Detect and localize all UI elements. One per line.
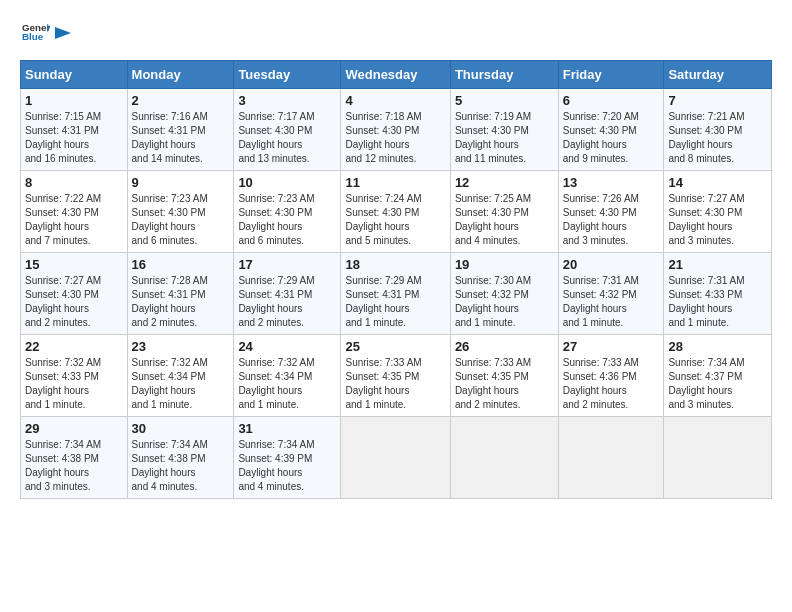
day-number: 4	[345, 93, 445, 108]
day-info: Sunrise: 7:34 AMSunset: 4:37 PMDaylight …	[668, 357, 744, 410]
calendar-cell: 14Sunrise: 7:27 AMSunset: 4:30 PMDayligh…	[664, 171, 772, 253]
day-number: 11	[345, 175, 445, 190]
calendar-cell	[341, 417, 450, 499]
day-number: 8	[25, 175, 123, 190]
day-number: 6	[563, 93, 660, 108]
day-info: Sunrise: 7:22 AMSunset: 4:30 PMDaylight …	[25, 193, 101, 246]
day-info: Sunrise: 7:34 AMSunset: 4:38 PMDaylight …	[132, 439, 208, 492]
day-info: Sunrise: 7:32 AMSunset: 4:34 PMDaylight …	[132, 357, 208, 410]
calendar-cell: 18Sunrise: 7:29 AMSunset: 4:31 PMDayligh…	[341, 253, 450, 335]
calendar-cell: 27Sunrise: 7:33 AMSunset: 4:36 PMDayligh…	[558, 335, 664, 417]
calendar-cell: 26Sunrise: 7:33 AMSunset: 4:35 PMDayligh…	[450, 335, 558, 417]
calendar-cell: 19Sunrise: 7:30 AMSunset: 4:32 PMDayligh…	[450, 253, 558, 335]
header-wednesday: Wednesday	[341, 61, 450, 89]
day-number: 2	[132, 93, 230, 108]
day-info: Sunrise: 7:19 AMSunset: 4:30 PMDaylight …	[455, 111, 531, 164]
calendar-week-row: 1Sunrise: 7:15 AMSunset: 4:31 PMDaylight…	[21, 89, 772, 171]
calendar-cell	[664, 417, 772, 499]
calendar-week-row: 15Sunrise: 7:27 AMSunset: 4:30 PMDayligh…	[21, 253, 772, 335]
calendar-week-row: 29Sunrise: 7:34 AMSunset: 4:38 PMDayligh…	[21, 417, 772, 499]
calendar-cell: 13Sunrise: 7:26 AMSunset: 4:30 PMDayligh…	[558, 171, 664, 253]
header-saturday: Saturday	[664, 61, 772, 89]
calendar-cell: 4Sunrise: 7:18 AMSunset: 4:30 PMDaylight…	[341, 89, 450, 171]
day-info: Sunrise: 7:29 AMSunset: 4:31 PMDaylight …	[345, 275, 421, 328]
calendar-cell: 3Sunrise: 7:17 AMSunset: 4:30 PMDaylight…	[234, 89, 341, 171]
calendar-cell: 28Sunrise: 7:34 AMSunset: 4:37 PMDayligh…	[664, 335, 772, 417]
day-number: 18	[345, 257, 445, 272]
day-info: Sunrise: 7:28 AMSunset: 4:31 PMDaylight …	[132, 275, 208, 328]
day-info: Sunrise: 7:24 AMSunset: 4:30 PMDaylight …	[345, 193, 421, 246]
day-number: 21	[668, 257, 767, 272]
day-number: 14	[668, 175, 767, 190]
day-info: Sunrise: 7:25 AMSunset: 4:30 PMDaylight …	[455, 193, 531, 246]
day-info: Sunrise: 7:17 AMSunset: 4:30 PMDaylight …	[238, 111, 314, 164]
day-number: 19	[455, 257, 554, 272]
calendar-cell: 17Sunrise: 7:29 AMSunset: 4:31 PMDayligh…	[234, 253, 341, 335]
day-info: Sunrise: 7:16 AMSunset: 4:31 PMDaylight …	[132, 111, 208, 164]
day-number: 10	[238, 175, 336, 190]
day-info: Sunrise: 7:32 AMSunset: 4:34 PMDaylight …	[238, 357, 314, 410]
day-info: Sunrise: 7:33 AMSunset: 4:35 PMDaylight …	[345, 357, 421, 410]
calendar-week-row: 8Sunrise: 7:22 AMSunset: 4:30 PMDaylight…	[21, 171, 772, 253]
calendar-cell: 7Sunrise: 7:21 AMSunset: 4:30 PMDaylight…	[664, 89, 772, 171]
calendar-cell: 6Sunrise: 7:20 AMSunset: 4:30 PMDaylight…	[558, 89, 664, 171]
header: General Blue	[20, 18, 772, 50]
calendar-cell: 25Sunrise: 7:33 AMSunset: 4:35 PMDayligh…	[341, 335, 450, 417]
day-number: 16	[132, 257, 230, 272]
calendar-cell: 5Sunrise: 7:19 AMSunset: 4:30 PMDaylight…	[450, 89, 558, 171]
calendar-cell: 1Sunrise: 7:15 AMSunset: 4:31 PMDaylight…	[21, 89, 128, 171]
header-thursday: Thursday	[450, 61, 558, 89]
calendar-cell: 21Sunrise: 7:31 AMSunset: 4:33 PMDayligh…	[664, 253, 772, 335]
day-number: 28	[668, 339, 767, 354]
day-info: Sunrise: 7:31 AMSunset: 4:33 PMDaylight …	[668, 275, 744, 328]
header-sunday: Sunday	[21, 61, 128, 89]
day-number: 17	[238, 257, 336, 272]
calendar-cell: 23Sunrise: 7:32 AMSunset: 4:34 PMDayligh…	[127, 335, 234, 417]
day-info: Sunrise: 7:15 AMSunset: 4:31 PMDaylight …	[25, 111, 101, 164]
day-info: Sunrise: 7:21 AMSunset: 4:30 PMDaylight …	[668, 111, 744, 164]
day-info: Sunrise: 7:33 AMSunset: 4:36 PMDaylight …	[563, 357, 639, 410]
calendar-cell: 31Sunrise: 7:34 AMSunset: 4:39 PMDayligh…	[234, 417, 341, 499]
calendar-cell: 20Sunrise: 7:31 AMSunset: 4:32 PMDayligh…	[558, 253, 664, 335]
day-info: Sunrise: 7:27 AMSunset: 4:30 PMDaylight …	[668, 193, 744, 246]
day-number: 3	[238, 93, 336, 108]
day-info: Sunrise: 7:20 AMSunset: 4:30 PMDaylight …	[563, 111, 639, 164]
calendar-header: Sunday Monday Tuesday Wednesday Thursday…	[21, 61, 772, 89]
day-number: 13	[563, 175, 660, 190]
day-info: Sunrise: 7:34 AMSunset: 4:39 PMDaylight …	[238, 439, 314, 492]
calendar-cell	[450, 417, 558, 499]
calendar-cell	[558, 417, 664, 499]
logo-area: General Blue	[20, 18, 74, 50]
calendar-body: 1Sunrise: 7:15 AMSunset: 4:31 PMDaylight…	[21, 89, 772, 499]
day-number: 25	[345, 339, 445, 354]
calendar-cell: 30Sunrise: 7:34 AMSunset: 4:38 PMDayligh…	[127, 417, 234, 499]
day-number: 26	[455, 339, 554, 354]
day-number: 20	[563, 257, 660, 272]
day-info: Sunrise: 7:30 AMSunset: 4:32 PMDaylight …	[455, 275, 531, 328]
weekday-header-row: Sunday Monday Tuesday Wednesday Thursday…	[21, 61, 772, 89]
calendar-cell: 11Sunrise: 7:24 AMSunset: 4:30 PMDayligh…	[341, 171, 450, 253]
day-number: 5	[455, 93, 554, 108]
day-number: 1	[25, 93, 123, 108]
calendar-cell: 10Sunrise: 7:23 AMSunset: 4:30 PMDayligh…	[234, 171, 341, 253]
svg-text:Blue: Blue	[22, 31, 44, 42]
day-number: 31	[238, 421, 336, 436]
day-info: Sunrise: 7:29 AMSunset: 4:31 PMDaylight …	[238, 275, 314, 328]
day-number: 27	[563, 339, 660, 354]
day-number: 12	[455, 175, 554, 190]
calendar-cell: 16Sunrise: 7:28 AMSunset: 4:31 PMDayligh…	[127, 253, 234, 335]
header-tuesday: Tuesday	[234, 61, 341, 89]
header-monday: Monday	[127, 61, 234, 89]
day-info: Sunrise: 7:31 AMSunset: 4:32 PMDaylight …	[563, 275, 639, 328]
day-info: Sunrise: 7:32 AMSunset: 4:33 PMDaylight …	[25, 357, 101, 410]
day-info: Sunrise: 7:23 AMSunset: 4:30 PMDaylight …	[238, 193, 314, 246]
header-friday: Friday	[558, 61, 664, 89]
calendar-cell: 24Sunrise: 7:32 AMSunset: 4:34 PMDayligh…	[234, 335, 341, 417]
day-info: Sunrise: 7:33 AMSunset: 4:35 PMDaylight …	[455, 357, 531, 410]
day-number: 24	[238, 339, 336, 354]
day-info: Sunrise: 7:18 AMSunset: 4:30 PMDaylight …	[345, 111, 421, 164]
calendar-week-row: 22Sunrise: 7:32 AMSunset: 4:33 PMDayligh…	[21, 335, 772, 417]
day-number: 30	[132, 421, 230, 436]
calendar-cell: 15Sunrise: 7:27 AMSunset: 4:30 PMDayligh…	[21, 253, 128, 335]
day-number: 23	[132, 339, 230, 354]
